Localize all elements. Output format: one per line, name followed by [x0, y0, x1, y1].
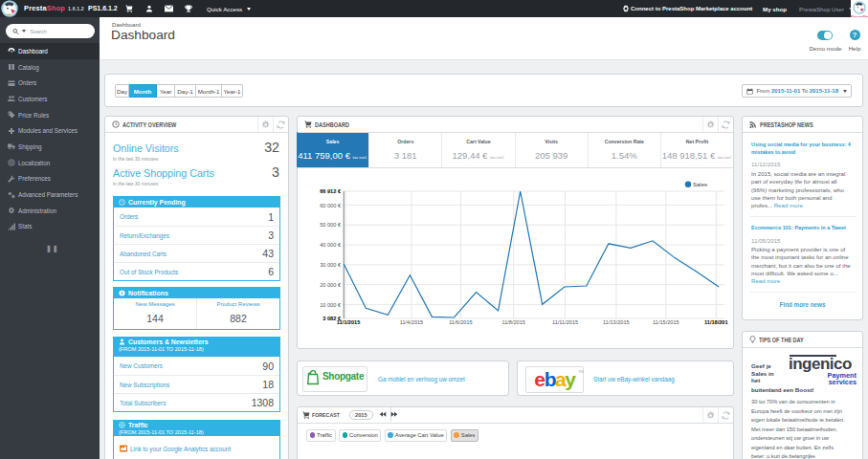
svg-text:50 000 €: 50 000 € [320, 222, 342, 228]
svg-text:11/1/2015: 11/1/2015 [337, 319, 361, 325]
svg-text:11/15/2015: 11/15/2015 [653, 319, 679, 325]
svg-text:Sales: Sales [693, 182, 707, 187]
svg-text:11/18/201: 11/18/201 [704, 319, 728, 325]
svg-text:11/8/2015: 11/8/2015 [501, 319, 524, 325]
svg-text:11/11/2015: 11/11/2015 [552, 319, 578, 325]
svg-text:30 000 €: 30 000 € [320, 262, 342, 268]
svg-text:66 912 €: 66 912 € [320, 188, 342, 194]
svg-text:11/13/2015: 11/13/2015 [603, 319, 630, 325]
svg-text:11/4/2015: 11/4/2015 [400, 319, 423, 325]
svg-text:20 000 €: 20 000 € [320, 282, 342, 288]
svg-text:40 000 €: 40 000 € [320, 242, 342, 248]
svg-text:11/6/2015: 11/6/2015 [449, 319, 472, 325]
svg-text:10 000 €: 10 000 € [320, 302, 342, 308]
svg-text:60 000 €: 60 000 € [320, 203, 342, 208]
